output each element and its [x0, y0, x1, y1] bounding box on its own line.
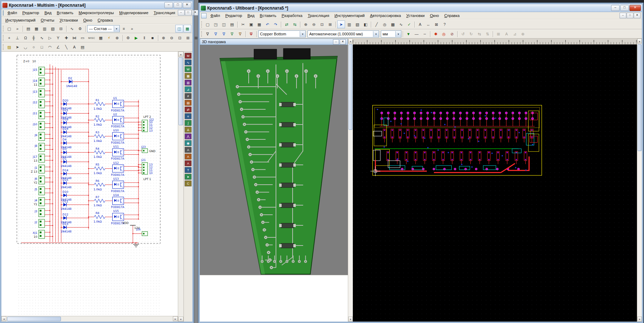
- multisim-titlebar[interactable]: Кросплата4 - Multisim - [Кросплата4] – □…: [1, 1, 192, 9]
- multisim-menu-mcu[interactable]: Микроконтроллеры: [76, 10, 117, 16]
- agilent-multimeter-icon[interactable]: A: [185, 154, 192, 160]
- flip-vertical-icon[interactable]: ⇅: [484, 30, 491, 38]
- scroll-right-icon[interactable]: ▸: [173, 316, 178, 321]
- paste-icon[interactable]: ▦: [255, 21, 263, 28]
- grid-combo[interactable]: Автоматически (1.000000 мм) ▼: [307, 30, 379, 38]
- spreadsheet-view-icon[interactable]: ▥: [345, 21, 353, 28]
- ultiboard-menu-options[interactable]: Установки: [404, 13, 427, 18]
- scroll-down-icon[interactable]: ▾: [178, 317, 183, 322]
- panel-float-button[interactable]: –: [333, 39, 339, 45]
- line-width-icon[interactable]: —: [413, 30, 420, 38]
- overflow-icon[interactable]: »: [128, 25, 136, 33]
- filter-off-icon[interactable]: ∇: [247, 30, 255, 38]
- open-file-icon[interactable]: ◳: [212, 21, 220, 28]
- place-power-icon[interactable]: ⚡: [105, 34, 113, 42]
- pause-simulation-icon[interactable]: ‖: [141, 34, 148, 42]
- zoom-in-icon[interactable]: ⊕: [160, 34, 168, 42]
- connector-J4[interactable]: J4Y1: [33, 197, 45, 206]
- save-file-icon[interactable]: ◫: [220, 21, 228, 28]
- grapher-icon[interactable]: ∿: [68, 25, 76, 33]
- multisim-menu-reports[interactable]: Отчеты: [38, 17, 57, 23]
- mdi-restore-button[interactable]: □: [627, 13, 633, 18]
- place-analog-icon[interactable]: ✚: [62, 34, 70, 42]
- redo-icon[interactable]: ↷: [272, 21, 279, 28]
- ultiboard-menu-edit[interactable]: Редактор: [223, 13, 244, 18]
- zoom-fit-icon[interactable]: ⊞: [184, 34, 192, 42]
- zoom-area-icon[interactable]: ⊡: [176, 34, 184, 42]
- schematic-hscrollbar[interactable]: ◂ ▸: [1, 316, 178, 322]
- scroll-left-icon[interactable]: ◂: [1, 316, 6, 321]
- tektronix-oscilloscope-icon[interactable]: T: [185, 167, 192, 173]
- place-indicator-icon[interactable]: ▦: [97, 34, 105, 42]
- composition-combo[interactable]: --- Состав --- ▼: [87, 25, 120, 32]
- ellipse-tool-icon[interactable]: ○: [30, 43, 38, 51]
- scroll-thumb[interactable]: [638, 44, 642, 151]
- rotate-cw-icon[interactable]: ↻: [467, 30, 475, 38]
- capture-view-icon[interactable]: ◫: [175, 25, 183, 33]
- component-database-icon[interactable]: ▤: [24, 25, 32, 33]
- spectrum-analyzer-icon[interactable]: ⋀: [185, 133, 192, 139]
- text-size-icon[interactable]: A: [503, 30, 510, 38]
- wattmeter-icon[interactable]: W: [185, 66, 192, 72]
- minimize-button[interactable]: –: [611, 5, 620, 11]
- multimeter-icon[interactable]: M: [185, 53, 192, 59]
- rectangle-tool-icon[interactable]: □: [38, 43, 46, 51]
- filter-parts-icon[interactable]: ∇: [212, 30, 220, 38]
- pcb-vscrollbar[interactable]: ▴ ▾: [637, 39, 642, 322]
- zoom-window-icon[interactable]: ⊡: [318, 21, 326, 28]
- in-use-list-icon[interactable]: ▨: [5, 43, 13, 51]
- line-style-icon[interactable]: ╌: [421, 30, 429, 38]
- origin-icon[interactable]: ⊕: [519, 30, 527, 38]
- place-diode-icon[interactable]: ▷: [46, 34, 54, 42]
- scroll-down-icon[interactable]: ▾: [637, 317, 642, 322]
- multisim-menu-view[interactable]: Вид: [42, 10, 54, 16]
- connector-J17[interactable]: J1713: [33, 154, 45, 162]
- scroll-thumb[interactable]: [349, 44, 352, 130]
- dimension-icon[interactable]: ↔: [424, 21, 432, 28]
- multisim-menu-edit[interactable]: Редактор: [20, 10, 41, 16]
- word-generator-icon[interactable]: ▤: [185, 100, 192, 106]
- ultiboard-menu-autoroute[interactable]: Автотрассировка: [367, 13, 403, 18]
- measurement-probe-icon[interactable]: ➤: [185, 174, 192, 180]
- place-cmos-icon[interactable]: ▭: [79, 34, 86, 42]
- document-icon[interactable]: [3, 10, 4, 16]
- multisim-menu-file[interactable]: Файл: [5, 10, 19, 16]
- filter-vias-icon[interactable]: ∇: [228, 30, 236, 38]
- frequency-counter-icon[interactable]: #: [185, 93, 192, 99]
- logic-converter-icon[interactable]: ⇄: [185, 106, 192, 113]
- copy-icon[interactable]: ▣: [247, 21, 255, 28]
- multisim-menu-simulate[interactable]: Моделирование: [117, 10, 151, 16]
- multisim-menu-options[interactable]: Установки: [57, 17, 80, 23]
- filter-copper-icon[interactable]: ∇: [236, 30, 244, 38]
- mdi-minimize-button[interactable]: –: [620, 13, 626, 18]
- ultiboard-menu-tools[interactable]: Инструментарий: [332, 13, 367, 18]
- ultiboard-menu-file[interactable]: Файл: [208, 13, 222, 18]
- close-button[interactable]: ✕: [183, 2, 191, 8]
- mdi-restore-button[interactable]: □: [185, 10, 192, 16]
- schematic-canvas[interactable]: J15J1411J13J12J11J10J9J8J1713J1Z 13J6Y2J…: [1, 52, 178, 316]
- place-misc-icon[interactable]: MISC: [87, 34, 97, 42]
- select-tool-icon[interactable]: ➤: [337, 21, 345, 28]
- run-simulation-icon[interactable]: ▶: [132, 34, 140, 42]
- new-document-icon[interactable]: ▢: [5, 25, 13, 33]
- 3d-panel-titlebar[interactable]: 3D панорама – ✕: [200, 39, 348, 45]
- cut-icon[interactable]: ✂: [239, 21, 247, 28]
- filter-traces-icon[interactable]: ∇: [220, 30, 228, 38]
- minimize-button[interactable]: –: [164, 2, 173, 8]
- agilent-function-generator-icon[interactable]: A: [185, 147, 192, 153]
- mdi-minimize-button[interactable]: –: [178, 10, 185, 16]
- scroll-up-icon[interactable]: ▴: [178, 52, 183, 57]
- comment-tool-icon[interactable]: ▤: [79, 43, 86, 51]
- layers-icon[interactable]: ◧: [362, 21, 369, 28]
- color-picker-icon[interactable]: ▼: [405, 30, 412, 38]
- variants-icon[interactable]: ▥: [41, 25, 49, 33]
- copper-area-icon[interactable]: ▩: [389, 21, 397, 28]
- place-source-icon[interactable]: +: [5, 34, 13, 42]
- ultiboard-menu-help[interactable]: Справка: [442, 13, 462, 18]
- rotate-ccw-icon[interactable]: ↺: [459, 30, 467, 38]
- select-area-icon[interactable]: ⊠: [433, 21, 440, 28]
- arc-tool-icon[interactable]: ◡: [22, 43, 29, 51]
- backward-annotate-icon[interactable]: ⇆: [291, 21, 299, 28]
- text-tool-icon[interactable]: A: [70, 43, 78, 51]
- select-tool-icon[interactable]: ➤: [13, 43, 21, 51]
